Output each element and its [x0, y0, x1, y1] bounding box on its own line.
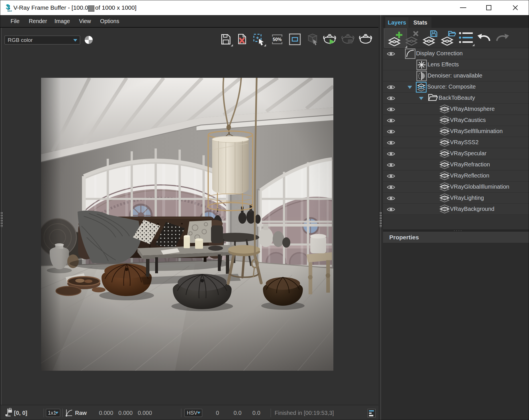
- visibility-eye-icon[interactable]: [387, 151, 395, 157]
- menu-file[interactable]: File: [11, 15, 19, 27]
- close-button[interactable]: [509, 2, 522, 13]
- layer-label: Lens Effects: [427, 59, 459, 70]
- layers-icon: [439, 160, 450, 170]
- svg-text:50%: 50%: [273, 37, 281, 42]
- render-button[interactable]: [359, 33, 372, 46]
- folder-icon: [428, 93, 438, 102]
- layer-row[interactable]: VRayAtmosphere: [383, 104, 529, 115]
- add-layer-button[interactable]: [384, 28, 407, 48]
- vray-frame-buffer-window: 3 3 MAX V-Ray Frame Buffer - [100.0% of …: [0, 0, 529, 420]
- visibility-eye-icon[interactable]: [387, 195, 395, 201]
- raw-value-r: 0.000: [99, 405, 113, 420]
- visibility-eye-icon[interactable]: [387, 129, 395, 135]
- resolution-50-percent-button[interactable]: 50%: [271, 33, 284, 46]
- menu-options[interactable]: Options: [100, 15, 119, 27]
- hsv-value-h: 0: [216, 405, 219, 420]
- splitter-grip-icon[interactable]: [453, 230, 462, 231]
- expand-arrow-icon[interactable]: [407, 85, 412, 89]
- visibility-eye-icon[interactable]: [387, 162, 395, 168]
- visibility-eye-icon[interactable]: [387, 84, 395, 90]
- layer-row[interactable]: VRayCaustics: [383, 115, 529, 126]
- panel-splitter[interactable]: [378, 15, 383, 420]
- layer-row[interactable]: VRayGlobalIllumination: [383, 182, 529, 193]
- layers-icon: [439, 137, 450, 147]
- viewport-area: RGB color 50%: [0, 28, 378, 405]
- layer-row[interactable]: Denoiser: unavailable: [383, 70, 529, 81]
- menu-render[interactable]: Render: [29, 15, 47, 27]
- render-region-button: [341, 33, 354, 46]
- menu-bar: File Render Image View Options: [0, 15, 378, 28]
- visibility-eye-icon[interactable]: [387, 106, 395, 113]
- layer-label: VRaySelfIllumination: [450, 126, 503, 136]
- layers-panel: Layers Stats: [383, 15, 529, 420]
- layer-row[interactable]: VRaySelfIllumination: [383, 126, 529, 137]
- visibility-eye-icon[interactable]: [387, 117, 395, 124]
- color-clamp-icon[interactable]: [85, 36, 93, 44]
- redo-button: [494, 30, 510, 46]
- close-icon: [512, 5, 518, 11]
- visibility-eye-icon[interactable]: [387, 95, 395, 101]
- zoom-ratio-dropdown[interactable]: 1x1: [46, 409, 60, 417]
- undo-button[interactable]: [476, 30, 492, 46]
- properties-splitter[interactable]: [383, 229, 529, 232]
- minimize-button[interactable]: [457, 2, 470, 13]
- pixel-probe-lock-icon[interactable]: [5, 408, 13, 417]
- layer-label: Source: Composite: [427, 81, 476, 92]
- channel-select-dropdown[interactable]: RGB color: [5, 36, 80, 44]
- tree-empty-area: [383, 215, 529, 229]
- dropdown-arrow-icon: [55, 412, 58, 414]
- layers-icon: [439, 182, 450, 192]
- minimize-icon: [460, 7, 466, 8]
- load-layer-tree-button[interactable]: [440, 30, 456, 46]
- tab-stats[interactable]: Stats: [409, 17, 431, 28]
- layer-row[interactable]: VRayReflection: [383, 170, 529, 182]
- clear-image-button[interactable]: [236, 33, 249, 46]
- layer-label: VRayRefraction: [450, 159, 490, 170]
- color-mode-dropdown[interactable]: HSV: [185, 409, 202, 417]
- layer-label: VRayCaustics: [450, 115, 486, 125]
- layer-row[interactable]: Lens Effects: [383, 59, 529, 70]
- layer-row[interactable]: VRayLighting: [383, 193, 529, 204]
- dropdown-corner-icon: [264, 44, 266, 46]
- region-render-button[interactable]: [252, 33, 265, 46]
- layer-row[interactable]: BackToBeauty: [383, 93, 529, 104]
- separator: [44, 409, 44, 417]
- visibility-eye-icon[interactable]: [387, 184, 395, 190]
- layer-row[interactable]: Source: Composite: [383, 81, 529, 93]
- render-last-button[interactable]: [323, 33, 336, 46]
- layer-row[interactable]: VRayRefraction: [383, 159, 529, 170]
- maximize-icon: [486, 5, 491, 10]
- save-image-button[interactable]: [219, 33, 232, 46]
- tab-layers[interactable]: Layers: [385, 17, 409, 28]
- pixel-coordinates: [0, 0]: [14, 405, 27, 420]
- menu-image[interactable]: Image: [54, 15, 70, 27]
- sampled-color-swatch: [88, 5, 94, 12]
- layer-label: Display Correction: [416, 48, 463, 59]
- dropdown-corner-icon: [472, 44, 475, 46]
- rendered-image[interactable]: [41, 78, 333, 371]
- menu-view[interactable]: View: [79, 15, 91, 27]
- layer-row[interactable]: VRaySpecular: [383, 148, 529, 159]
- dropdown-corner-icon: [231, 44, 233, 46]
- dropdown-arrow-icon: [73, 39, 77, 42]
- maximize-button[interactable]: [482, 2, 495, 13]
- visibility-eye-icon[interactable]: [387, 51, 395, 57]
- status-bar: [0, 0] 1x1 Raw 0.000 0.000 0.000 HSV 0 0…: [0, 405, 378, 420]
- visibility-eye-icon[interactable]: [387, 206, 395, 213]
- duplicate-to-host-buffer-button[interactable]: [288, 33, 301, 46]
- layers-icon: [439, 115, 450, 125]
- layer-row[interactable]: VRaySSS2: [383, 137, 529, 148]
- window-title: V-Ray Frame Buffer - [100.0% of 1000 x 1…: [13, 0, 137, 15]
- expand-arrow-icon[interactable]: [419, 96, 424, 100]
- layer-options-button[interactable]: [458, 30, 474, 46]
- splitter-grip-icon[interactable]: [380, 212, 382, 228]
- save-layer-tree-button[interactable]: [422, 30, 438, 46]
- layer-label: VRaySSS2: [450, 137, 479, 148]
- layer-row[interactable]: VRayBackground: [383, 204, 529, 215]
- left-splitter-grip-icon[interactable]: [1, 212, 3, 228]
- render-log-icon[interactable]: [368, 409, 376, 417]
- layer-row[interactable]: Display Correction: [383, 48, 529, 59]
- separator: [271, 409, 271, 417]
- visibility-eye-icon[interactable]: [387, 173, 395, 179]
- visibility-eye-icon[interactable]: [387, 140, 395, 146]
